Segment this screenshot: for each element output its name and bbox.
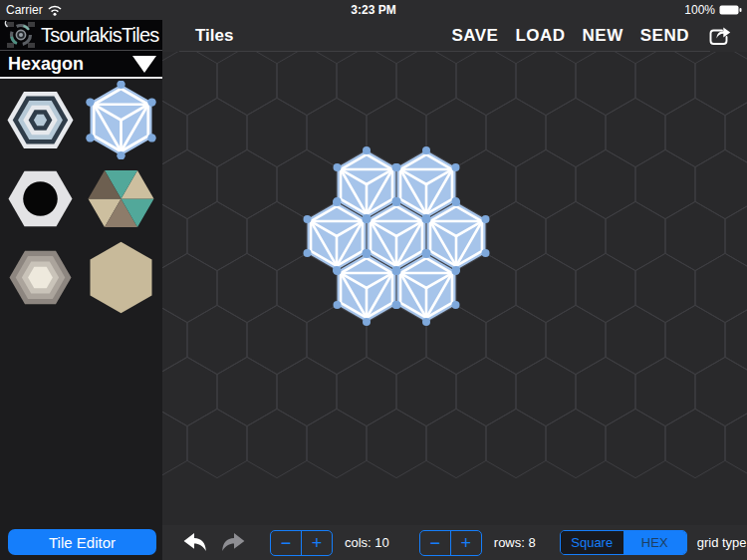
battery-percent: 100% <box>684 3 715 17</box>
load-button[interactable]: LOAD <box>515 26 565 46</box>
clock: 3:23 PM <box>0 0 747 20</box>
tile-palette <box>0 79 162 317</box>
redo-button[interactable] <box>219 531 246 554</box>
main-area: Tiles SAVELOADNEWSEND − + cols: 10 <box>162 20 747 560</box>
app-header: TsourlakisTiles <box>0 20 162 51</box>
rows-minus-button[interactable]: − <box>420 531 451 555</box>
toolbar: Tiles SAVELOADNEWSEND <box>162 20 747 52</box>
new-button[interactable]: NEW <box>583 26 623 46</box>
grid-type-label: grid type <box>697 535 747 550</box>
shape-selector-dropdown[interactable]: Hexagon <box>0 51 162 79</box>
palette-tile-concentric-gray-hexagon[interactable] <box>0 238 81 317</box>
shape-selector-value: Hexagon <box>8 54 84 75</box>
grid-type-segmented-control: SquareHEX <box>560 530 687 555</box>
battery-icon <box>719 5 742 15</box>
page-title: Tiles <box>195 26 233 46</box>
bottom-toolbar: − + cols: 10 − + rows: 8 SquareHEX grid … <box>162 525 747 560</box>
palette-tile-solid-tan-hexagon[interactable] <box>81 238 161 317</box>
grid-type-segment-hex[interactable]: HEX <box>623 531 686 554</box>
sidebar: TsourlakisTiles Hexagon Tile Editor <box>0 20 162 560</box>
app-screen: Carrier 3:23 PM 100% <box>0 0 747 560</box>
app-title: TsourlakisTiles <box>41 24 158 47</box>
share-icon <box>706 24 732 48</box>
hex-grid <box>162 52 747 525</box>
share-button[interactable] <box>706 24 732 48</box>
palette-tile-blue-y-pattern-hexagon[interactable] <box>81 81 161 159</box>
status-bar: Carrier 3:23 PM 100% <box>0 0 747 20</box>
cols-stepper: − + <box>270 530 333 556</box>
chevron-down-icon <box>132 56 156 73</box>
tile-editor-button[interactable]: Tile Editor <box>8 529 156 555</box>
redo-arrow-icon <box>219 531 246 554</box>
grid-type-segment-square[interactable]: Square <box>561 531 623 554</box>
app-logo-icon <box>3 20 41 50</box>
rows-plus-button[interactable]: + <box>451 531 481 555</box>
palette-tile-triangle-mosaic-hexagon[interactable] <box>81 159 161 238</box>
undo-button[interactable] <box>182 531 209 554</box>
send-button[interactable]: SEND <box>640 26 689 46</box>
cols-minus-button[interactable]: − <box>271 531 302 555</box>
palette-tile-concentric-blue-hexagon[interactable] <box>0 81 81 159</box>
palette-tile-white-hexagon-black-circle[interactable] <box>0 159 81 238</box>
undo-arrow-icon <box>182 531 209 554</box>
save-button[interactable]: SAVE <box>451 26 498 46</box>
toolbar-actions: SAVELOADNEWSEND <box>451 20 732 52</box>
rows-count-label: rows: 8 <box>494 535 536 550</box>
cols-plus-button[interactable]: + <box>302 531 332 555</box>
rows-stepper: − + <box>419 530 482 556</box>
cols-count-label: cols: 10 <box>345 535 389 550</box>
tile-canvas[interactable] <box>162 52 747 525</box>
